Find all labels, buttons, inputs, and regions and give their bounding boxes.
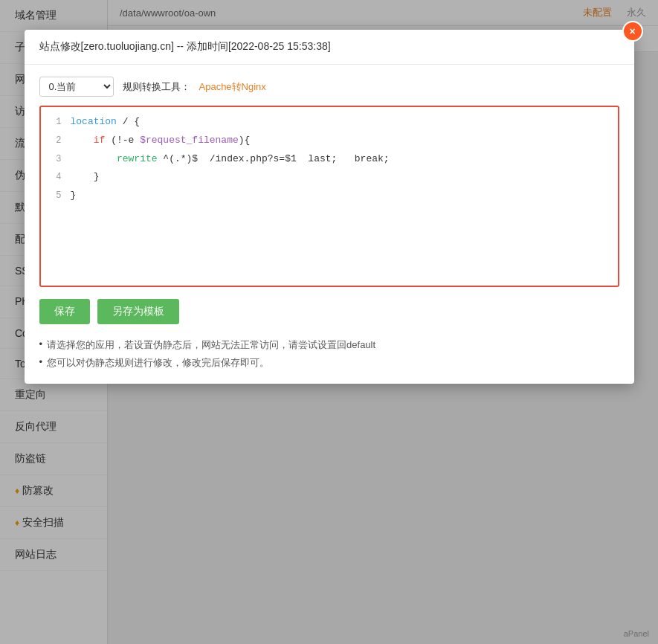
note-text-2: 您可以对伪静态规则进行修改，修改完后保存即可。 — [47, 356, 269, 370]
note-bullet-1: • — [39, 338, 43, 350]
note-text-1: 请选择您的应用，若设置伪静态后，网站无法正常访问，请尝试设置回default — [47, 338, 375, 352]
code-line-4: 4 } — [41, 168, 618, 187]
notes-section: • 请选择您的应用，若设置伪静态后，网站无法正常访问，请尝试设置回default… — [39, 336, 619, 372]
line-content-4: } — [71, 170, 618, 185]
modal-header: 站点修改[zero.tuoluojiang.cn] -- 添加时间[2022-0… — [25, 30, 634, 65]
toolbar-row: 0.当前 规则转换工具： Apache转Nginx — [39, 77, 619, 97]
modal-body: 0.当前 规则转换工具： Apache转Nginx 1 location / {… — [25, 65, 634, 384]
convert-label: 规则转换工具： — [123, 80, 190, 94]
code-line-3: 3 rewrite ^(.*)$ /index.php?s=$1 last; b… — [41, 150, 618, 169]
note-item-2: • 您可以对伪静态规则进行修改，修改完后保存即可。 — [39, 354, 619, 372]
save-button[interactable]: 保存 — [39, 299, 90, 324]
line-num-5: 5 — [41, 189, 71, 203]
button-row: 保存 另存为模板 — [39, 299, 619, 324]
line-content-3: rewrite ^(.*)$ /index.php?s=$1 last; bre… — [71, 152, 618, 167]
line-num-4: 4 — [41, 170, 71, 184]
line-num-3: 3 — [41, 152, 71, 167]
modal-overlay: × 站点修改[zero.tuoluojiang.cn] -- 添加时间[2022… — [0, 0, 658, 644]
code-editor[interactable]: 1 location / { 2 if (!-e $request_filena… — [39, 106, 619, 287]
note-bullet-2: • — [39, 356, 43, 367]
note-item-1: • 请选择您的应用，若设置伪静态后，网站无法正常访问，请尝试设置回default — [39, 336, 619, 354]
modal-dialog: × 站点修改[zero.tuoluojiang.cn] -- 添加时间[2022… — [25, 30, 634, 384]
code-line-5: 5 } — [41, 187, 618, 205]
line-num-2: 2 — [41, 134, 71, 148]
line-content-2: if (!-e $request_filename){ — [71, 133, 618, 149]
line-content-5: } — [71, 188, 618, 204]
code-line-1: 1 location / { — [41, 113, 618, 132]
save-as-button[interactable]: 另存为模板 — [97, 299, 179, 324]
modal-close-button[interactable]: × — [622, 21, 643, 42]
line-content-1: location / { — [71, 115, 618, 130]
convert-link[interactable]: Apache转Nginx — [199, 80, 266, 94]
modal-title: 站点修改[zero.tuoluojiang.cn] -- 添加时间[2022-0… — [39, 40, 331, 54]
version-select[interactable]: 0.当前 — [39, 77, 114, 97]
code-line-2: 2 if (!-e $request_filename){ — [41, 132, 618, 150]
line-num-1: 1 — [41, 115, 71, 129]
